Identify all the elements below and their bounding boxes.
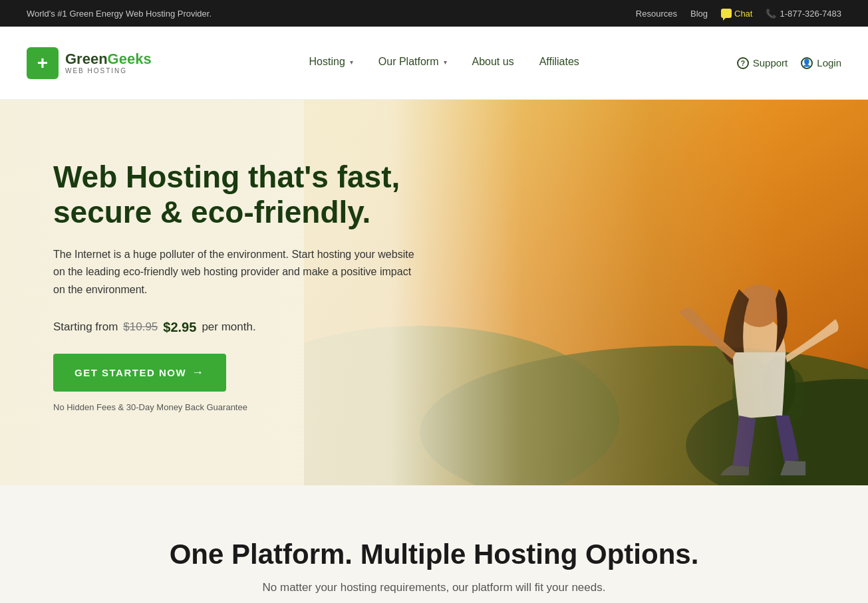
platform-section-subtitle: No matter your hosting requirements, our…: [27, 581, 841, 594]
hero-section: Web Hosting that's fast, secure & eco-fr…: [0, 100, 868, 485]
platform-chevron-icon: ▾: [444, 59, 447, 66]
logo-icon: +: [27, 47, 59, 79]
login-link[interactable]: 👤 Login: [801, 57, 841, 69]
nav-item-hosting[interactable]: Hosting ▾: [299, 27, 364, 100]
price-old: $10.95: [123, 320, 158, 334]
nav-affiliates-label: Affiliates: [539, 56, 579, 68]
price-new: $2.95: [163, 320, 196, 335]
phone-number: 1-877-326-7483: [780, 9, 841, 19]
hero-pricing: Starting from $10.95 $2.95 per month.: [53, 320, 426, 335]
chat-icon: [721, 9, 732, 18]
hero-description: The Internet is a huge polluter of the e…: [53, 246, 426, 299]
nav-links: Hosting ▾ Our Platform ▾ About us Affili…: [299, 27, 590, 100]
phone-link[interactable]: 📞 1-877-326-7483: [766, 9, 841, 19]
nav-item-about[interactable]: About us: [462, 27, 525, 100]
nav-platform-label: Our Platform: [378, 56, 439, 68]
resources-link[interactable]: Resources: [636, 9, 677, 19]
cta-button[interactable]: GET STARTED NOW →: [53, 354, 226, 392]
hosting-chevron-icon: ▾: [350, 59, 353, 66]
pricing-prefix: Starting from: [53, 320, 118, 334]
nav-right: ? Support 👤 Login: [737, 57, 841, 69]
topbar-right-links: Resources Blog Chat 📞 1-877-326-7483: [636, 9, 841, 19]
navbar: + GreenGeeks WEB HOSTING Hosting ▾ Our P…: [0, 27, 868, 100]
platform-section-title: One Platform. Multiple Hosting Options.: [27, 539, 841, 570]
support-label: Support: [753, 57, 788, 68]
login-icon: 👤: [801, 57, 813, 69]
logo-text: GreenGeeks WEB HOSTING: [65, 51, 152, 74]
login-label: Login: [817, 57, 841, 68]
topbar: World's #1 Green Energy Web Hosting Prov…: [0, 0, 868, 27]
logo-brand: GreenGeeks: [65, 51, 152, 67]
chat-link[interactable]: Chat: [721, 9, 752, 19]
blog-link[interactable]: Blog: [690, 9, 708, 19]
nav-about-label: About us: [472, 56, 514, 68]
pricing-suffix: per month.: [202, 320, 255, 334]
hero-content: Web Hosting that's fast, secure & eco-fr…: [0, 120, 452, 465]
logo-sub: WEB HOSTING: [65, 67, 152, 74]
nav-item-platform[interactable]: Our Platform ▾: [368, 27, 458, 100]
logo[interactable]: + GreenGeeks WEB HOSTING: [27, 47, 152, 79]
platform-section: One Platform. Multiple Hosting Options. …: [0, 485, 868, 603]
support-icon: ?: [737, 57, 749, 69]
hero-guarantee: No Hidden Fees & 30-Day Money Back Guara…: [53, 402, 426, 412]
chat-label: Chat: [734, 9, 752, 19]
support-link[interactable]: ? Support: [737, 57, 788, 69]
cta-label: GET STARTED NOW: [74, 367, 186, 378]
topbar-tagline: World's #1 Green Energy Web Hosting Prov…: [27, 9, 212, 19]
nav-hosting-label: Hosting: [309, 56, 345, 68]
cta-arrow-icon: →: [192, 366, 205, 380]
hero-title: Web Hosting that's fast, secure & eco-fr…: [53, 160, 426, 230]
nav-item-affiliates[interactable]: Affiliates: [529, 27, 590, 100]
phone-icon: 📞: [766, 9, 776, 19]
